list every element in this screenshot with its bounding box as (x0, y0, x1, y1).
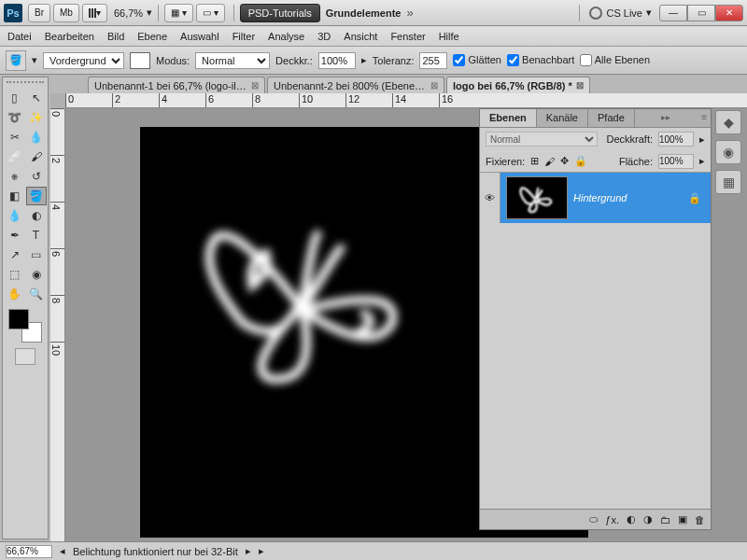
lock-image-icon[interactable]: 🖌 (544, 156, 555, 167)
styles-panel-icon[interactable]: ▦ (715, 170, 741, 194)
lock-transparency-icon[interactable]: ⊞ (530, 155, 539, 167)
menu-datei[interactable]: Datei (7, 31, 32, 42)
3d-tool[interactable]: ⬚ (5, 265, 25, 284)
eraser-tool[interactable]: ◧ (5, 187, 25, 205)
path-tool[interactable]: ↗ (5, 245, 25, 264)
tolerance-input[interactable] (419, 52, 447, 69)
zoom-chevron-icon[interactable]: ▾ (147, 7, 152, 19)
pen-tool[interactable]: ✒ (5, 226, 25, 245)
doc-tab-2[interactable]: Unbenannt-2 bei 800% (Ebene 0, RGB/...⊠ (267, 77, 444, 93)
stamp-tool[interactable]: ⎈ (5, 167, 25, 186)
fill-source-select[interactable]: Vordergrund (43, 52, 124, 69)
workspace-more-icon[interactable]: » (406, 6, 413, 20)
magic-wand-tool[interactable]: ✨ (26, 108, 47, 127)
layer-thumbnail[interactable] (506, 176, 568, 219)
blend-mode-select[interactable]: Normal (195, 52, 270, 69)
group-icon[interactable]: 🗀 (660, 514, 670, 525)
layer-fill-input[interactable] (658, 154, 694, 169)
layer-name[interactable]: Hintergrund (573, 192, 688, 203)
new-layer-icon[interactable]: ▣ (678, 513, 687, 525)
crop-tool[interactable]: ✂ (5, 128, 25, 147)
menu-3d[interactable]: 3D (317, 31, 331, 42)
menu-bearbeiten[interactable]: Bearbeiten (45, 31, 94, 42)
visibility-toggle[interactable]: 👁 (480, 173, 500, 223)
tab-ebenen[interactable]: Ebenen (480, 109, 537, 127)
arrange-button[interactable]: ▦ ▾ (164, 4, 193, 22)
alle-ebenen-check[interactable]: Alle Ebenen (580, 54, 650, 67)
zoom-tool[interactable]: 🔍 (26, 285, 47, 303)
lock-all-icon[interactable]: 🔒 (574, 155, 587, 167)
layer-fx-icon[interactable]: ƒx. (605, 514, 619, 525)
cs-live[interactable]: CS Live▾ (573, 5, 652, 21)
lock-position-icon[interactable]: ✥ (560, 155, 569, 167)
layer-blendmode-select[interactable]: Normal (486, 132, 598, 147)
menu-ansicht[interactable]: Ansicht (344, 31, 377, 42)
adjustment-layer-icon[interactable]: ◑ (643, 513, 653, 525)
close-icon[interactable]: ⊠ (251, 80, 259, 91)
opacity-input[interactable] (318, 52, 356, 69)
eyedropper-tool[interactable]: 💧 (26, 128, 47, 147)
menu-bild[interactable]: Bild (107, 31, 124, 42)
link-layers-icon[interactable]: ⬭ (589, 513, 598, 525)
foreground-color[interactable] (8, 309, 29, 329)
doc-tab-1[interactable]: Unbenannt-1 bei 66,7% (logo-illu-weiss,.… (88, 77, 265, 93)
layer-mask-icon[interactable]: ◐ (627, 513, 636, 525)
hand-tool[interactable]: ✋ (5, 285, 25, 303)
maximize-button[interactable]: ▭ (687, 5, 715, 21)
minimize-button[interactable]: — (659, 5, 687, 21)
zoom-input[interactable] (6, 545, 52, 558)
brush-tool[interactable]: 🖌 (26, 147, 47, 166)
3d-camera-tool[interactable]: ◉ (26, 265, 47, 284)
benachbart-check[interactable]: Benachbart (507, 54, 574, 67)
view-extras-button[interactable]: ▾ (82, 4, 107, 22)
paint-bucket-icon[interactable]: 🪣 (6, 50, 26, 71)
menu-auswahl[interactable]: Auswahl (180, 31, 219, 42)
menu-filter[interactable]: Filter (233, 31, 255, 42)
bridge-button[interactable]: Br (28, 4, 50, 22)
delete-layer-icon[interactable]: 🗑 (695, 514, 705, 525)
blur-tool[interactable]: 💧 (5, 206, 25, 225)
status-prev-icon[interactable]: ◂ (60, 545, 65, 557)
history-brush-tool[interactable]: ↺ (26, 167, 47, 186)
swatches-panel-icon[interactable]: ◉ (715, 140, 741, 164)
screenmode-button[interactable]: ▭ ▾ (196, 4, 225, 22)
panel-menu-icon[interactable]: ≡ (698, 109, 711, 127)
color-panel-icon[interactable]: ◆ (715, 110, 741, 134)
menu-ebene[interactable]: Ebene (137, 31, 167, 42)
status-next-icon[interactable]: ▸ (246, 545, 251, 557)
paint-bucket-tool[interactable]: 🪣 (26, 187, 47, 205)
psd-tutorials-button[interactable]: PSD-Tutorials (240, 4, 320, 22)
menubar: Datei Bearbeiten Bild Ebene Auswahl Filt… (0, 26, 747, 47)
palette-grip[interactable] (7, 81, 44, 87)
pattern-swatch[interactable] (130, 52, 150, 69)
quickmask-button[interactable] (15, 348, 35, 365)
menu-analyse[interactable]: Analyse (268, 31, 304, 42)
dodge-tool[interactable]: ◐ (26, 206, 47, 225)
ruler-horizontal[interactable]: 0246810121416 (65, 93, 747, 108)
panel-collapse-icon[interactable]: ▸▸ (657, 109, 674, 127)
tab-kanale[interactable]: Kanäle (537, 109, 588, 127)
healing-tool[interactable]: 🩹 (5, 147, 25, 166)
layer-row[interactable]: 👁 Hintergrund 🔒 (480, 173, 711, 223)
close-button[interactable]: ✕ (715, 5, 743, 21)
tab-pfade[interactable]: Pfade (588, 109, 635, 127)
glatten-check[interactable]: Glätten (453, 54, 501, 67)
close-icon[interactable]: ⊠ (430, 80, 438, 91)
doc-tab-3[interactable]: logo bei 66,7% (RGB/8) *⊠ (446, 77, 590, 93)
layer-opacity-input[interactable] (658, 132, 694, 147)
ruler-vertical[interactable]: 0246810 (50, 108, 65, 541)
layer-list[interactable]: 👁 Hintergrund 🔒 (480, 173, 711, 509)
lasso-tool[interactable]: ➰ (5, 108, 25, 127)
type-tool[interactable]: T (26, 226, 47, 245)
minibridge-button[interactable]: Mb (53, 4, 79, 22)
workspace-name[interactable]: Grundelemente (326, 7, 402, 19)
menu-fenster[interactable]: Fenster (390, 31, 425, 42)
move-tool[interactable]: ▯ (5, 89, 25, 107)
shape-tool[interactable]: ▭ (26, 245, 47, 264)
menu-hilfe[interactable]: Hilfe (439, 31, 459, 42)
close-icon[interactable]: ⊠ (576, 80, 584, 91)
status-menu-icon[interactable]: ▸ (259, 545, 264, 557)
selection-tool[interactable]: ↖ (26, 89, 47, 107)
color-swatches[interactable] (8, 309, 42, 343)
zoom-level[interactable]: 66,7% (114, 7, 143, 19)
